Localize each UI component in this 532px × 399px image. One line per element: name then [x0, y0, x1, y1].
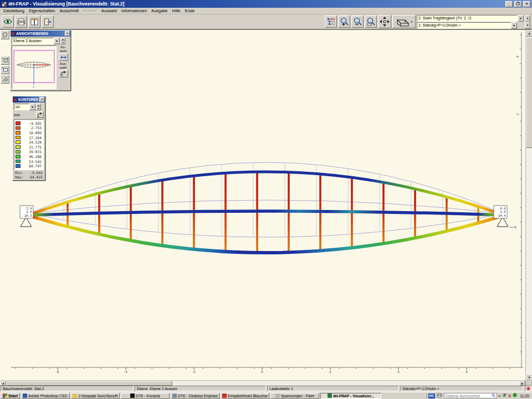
paint-icon: [275, 393, 280, 398]
task-button-frap[interactable]: 4H-FRAP - Visualisier...: [320, 393, 381, 399]
lasso-tool-button[interactable]: [1, 30, 9, 39]
ebene-spinner[interactable]: ▲ ▼: [60, 38, 65, 44]
desktop-search[interactable]: [444, 393, 497, 398]
scroll-left-icon[interactable]: ◄: [0, 381, 6, 386]
view-eye-button[interactable]: [2, 16, 14, 28]
menu-item-ende[interactable]: Ende: [183, 8, 197, 14]
menu-item-darstellung[interactable]: Darstellung: [1, 8, 27, 14]
horizontal-scrollbar-thumb[interactable]: [6, 381, 172, 386]
menu-item-ausschnitt[interactable]: Ausschnitt: [57, 8, 81, 14]
x-axis-label: 2: [329, 370, 331, 374]
task-button-photoshop[interactable]: Adobe Photoshop CS3 E...: [21, 393, 70, 399]
pages-button[interactable]: [28, 16, 40, 28]
zoom-window-button[interactable]: [365, 16, 377, 28]
restore-button[interactable]: ❐: [514, 1, 521, 7]
task-buttons: Adobe Photoshop CS3 E...J:\Seagate Sync\…: [21, 393, 381, 399]
left-support-value: 5.9: [27, 207, 32, 210]
tree-list-icon: [327, 18, 335, 25]
result-combo-arrow[interactable]: ▼: [29, 104, 35, 110]
x-axis-ticks: [16, 367, 510, 370]
exit-door-icon: [44, 18, 52, 25]
exit-button[interactable]: [42, 16, 54, 28]
pan-button[interactable]: [378, 15, 391, 28]
tray-messenger-icon[interactable]: [502, 393, 507, 398]
ebene-spinner-down-icon[interactable]: ▼: [60, 41, 65, 44]
zoom-out-button[interactable]: [351, 16, 364, 28]
tree-view-button[interactable]: [325, 16, 337, 28]
horizontal-scrollbar-track[interactable]: [172, 381, 519, 385]
scroll-right-icon[interactable]: ►: [519, 381, 525, 386]
loadcase-spinner[interactable]: ▲ ▼: [525, 15, 530, 29]
tray-k-icon[interactable]: K: [508, 393, 511, 398]
legend-swatch: [16, 121, 21, 125]
tray-printer-icon[interactable]: [437, 393, 442, 398]
ansicht-panel-close-icon[interactable]: ×: [65, 31, 70, 36]
ebene-combo-arrow[interactable]: ▼: [54, 38, 60, 44]
auswahl-button[interactable]: [59, 70, 68, 78]
tray-collapse-icon[interactable]: «: [499, 393, 501, 398]
print-button[interactable]: [15, 16, 27, 28]
task-button-label: Spannungen - Paint: [281, 394, 314, 398]
window-title: 4H-FRAP - Visualisierung [Bauchveerendel…: [8, 1, 504, 7]
menu-item-eigenschaften[interactable]: Eigenschaften: [27, 8, 58, 14]
scroll-up-icon[interactable]: ▲: [526, 30, 532, 37]
task-button-paint[interactable]: Spannungen - Paint: [270, 393, 319, 399]
deformed-mid-chord: [30, 211, 502, 215]
y-axis-labels: -8-2: [516, 56, 519, 116]
vertical-scrollbar[interactable]: ▲ ▼: [525, 30, 532, 381]
task-button-eingabe[interactable]: EingabeModul [Bauchwee...: [221, 393, 269, 399]
plane-preview[interactable]: z: [12, 45, 57, 89]
pan-cross-icon: [380, 17, 390, 27]
ebene-combo[interactable]: Ebene 2 Aussen ▼: [12, 38, 60, 44]
loadcase-combo[interactable]: 1: Ständig+P+1/2Holm > ▼: [417, 22, 524, 29]
zoom-in-button[interactable]: [338, 16, 350, 28]
view-3d-dropdown-arrow[interactable]: ▼: [411, 21, 413, 23]
legend-value: 39.031: [21, 150, 43, 154]
legend-swatch: [16, 164, 21, 168]
spinner-up-icon[interactable]: ▲: [525, 15, 530, 22]
language-indicator[interactable]: DE: [428, 393, 435, 398]
task-button-folder[interactable]: J:\Seagate Sync\SyncRe...: [71, 393, 120, 399]
legend-value: 31.775: [21, 145, 43, 149]
spinner-down-icon[interactable]: ▼: [525, 22, 530, 29]
zoom-window-icon: [366, 17, 376, 26]
menu-item-ausgabe[interactable]: Ausgabe: [149, 8, 170, 14]
result-spinner[interactable]: ▲ ▼: [36, 104, 41, 110]
result-combo[interactable]: un ▼: [14, 104, 35, 110]
desktop-search-input[interactable]: [444, 393, 491, 398]
left-support-icon: [21, 217, 32, 227]
vertical-scrollbar-thumb[interactable]: [526, 37, 532, 148]
left-mini-toolbar: [1, 30, 11, 84]
start-button[interactable]: Start: [1, 393, 20, 399]
ansicht-apply-button[interactable]: [59, 53, 68, 61]
search-icon[interactable]: [491, 393, 497, 398]
layers-tool-button[interactable]: [1, 56, 9, 65]
konturen-panel-close-icon[interactable]: ×: [39, 97, 44, 102]
close-button[interactable]: ×: [523, 1, 530, 7]
right-support-value: -6.0: [498, 207, 505, 210]
ansicht-panel-titlebar[interactable]: ANSICHT/EBENEN ×: [11, 30, 70, 37]
result-combo-value: un: [14, 104, 29, 110]
result-spinner-down-icon[interactable]: ▼: [36, 107, 41, 110]
horizontal-scrollbar[interactable]: ◄ ►: [0, 380, 525, 385]
pencil-icon: [2, 76, 8, 82]
legend-row: 17.264: [15, 135, 43, 140]
menu-item-hilfe[interactable]: Hilfe: [170, 8, 183, 14]
tray-status-icon[interactable]: [513, 393, 517, 398]
system-tray: DE « K 11:20: [427, 393, 531, 399]
task-button-dte[interactable]: DTE - Desktop Engineeri...: [171, 393, 219, 399]
edit-tool-button[interactable]: [1, 75, 9, 84]
refresh-contours-button[interactable]: [36, 111, 44, 118]
loadcase-combo-arrow[interactable]: ▼: [511, 22, 517, 29]
theory-combo-arrow[interactable]: ▼: [518, 15, 524, 22]
minimize-button[interactable]: _: [505, 1, 513, 7]
task-button-console[interactable]: DTE - Konsole: [121, 393, 170, 399]
drawing-canvas[interactable]: 5.92.6-28.3 -6.02.6-24.6 -6-4-20246 -8-2: [0, 30, 525, 381]
plane-tool-button[interactable]: [1, 65, 9, 74]
status-bar: Bauchveerendeltr. Stat.2 Ebene: Ebene 2 …: [0, 385, 532, 392]
menu-item-auswahl[interactable]: Auswahl: [99, 8, 119, 14]
theory-combo[interactable]: 2: Stahl Tragfähigkeit (Th. 2. O ▼: [417, 15, 524, 22]
menu-item-informationen[interactable]: Informationen: [119, 8, 149, 14]
view-3d-button[interactable]: ▼: [392, 15, 416, 28]
konturen-panel-titlebar[interactable]: KONTUREN ×: [13, 96, 45, 103]
